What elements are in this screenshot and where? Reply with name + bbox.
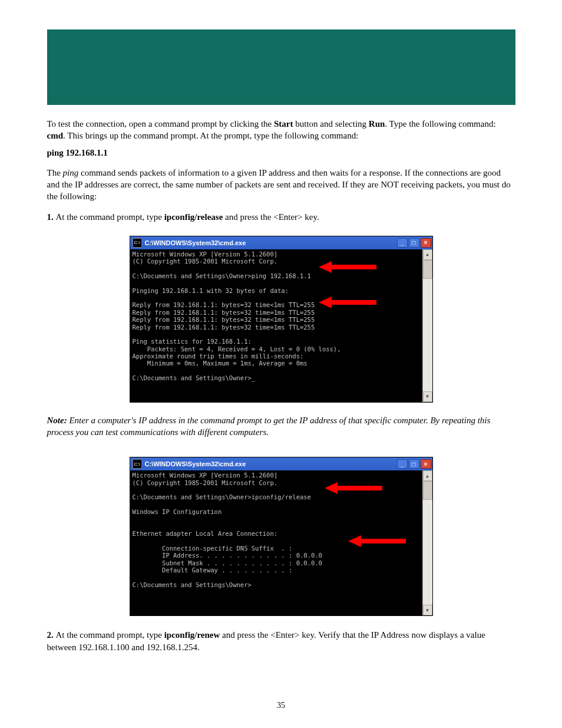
page-banner [47,29,515,105]
close-icon: × [424,461,428,467]
intro-bold-cmd: cmd [47,131,64,140]
close-button[interactable]: × [421,238,431,248]
minimize-icon: _ [401,461,404,467]
maximize-button[interactable]: □ [409,238,419,248]
minimize-button[interactable]: _ [397,459,408,469]
scroll-thumb[interactable] [423,481,432,500]
cmd-window-release: C:\ C:\WINDOWS\System32\cmd.exe _ □ × Mi… [130,457,433,616]
cmd-title: C:\WINDOWS\System32\cmd.exe [145,460,397,467]
cmd-icon: C:\ [133,238,142,248]
scroll-up-button[interactable]: ▲ [423,470,432,481]
intro-bold-run: Run [369,119,385,129]
cmd-output[interactable]: Microsoft Windows XP [Version 5.1.2600] … [130,470,422,615]
ping-command: ping 192.168.1.1 [47,148,108,157]
cmd-title: C:\WINDOWS\System32\cmd.exe [145,239,397,246]
scroll-track[interactable] [423,279,432,391]
step1-post: and press the <Enter> key. [223,212,319,222]
scroll-up-icon: ▲ [426,473,429,479]
scroll-down-button[interactable]: ▼ [423,605,432,615]
after-ping-2: command sends packets of information to … [47,168,511,202]
scroll-down-icon: ▼ [426,608,429,613]
cmd-icon: C:\ [133,459,142,469]
scroll-track[interactable] [423,500,432,605]
page-number: 35 [277,701,285,710]
scrollbar[interactable]: ▲ ▼ [422,470,432,615]
intro-text-4: . This brings up the command prompt. At … [63,131,358,140]
step1-bullet: 1. [47,212,56,222]
step1-bold: ipconfig/release [164,212,223,222]
note-body: Enter a computer's IP address in the com… [47,416,491,437]
cmd-output[interactable]: Microsoft Windows XP [Version 5.1.2600] … [130,249,422,402]
close-button[interactable]: × [421,459,431,469]
cmd-icon-text: C:\ [134,240,140,245]
after-ping-italic: ping [63,168,79,177]
scroll-down-button[interactable]: ▼ [423,391,432,402]
note-label: Note: [47,416,67,425]
body-paragraph-intro: To test the connection, open a command p… [47,118,515,223]
after-ping-1: The [47,168,63,177]
step2-bold: ipconfig/renew [164,630,220,640]
minimize-button[interactable]: _ [397,238,408,248]
scroll-down-icon: ▼ [426,394,429,399]
step2-paragraph: 2. At the command prompt, type ipconfig/… [47,629,515,653]
scroll-up-button[interactable]: ▲ [423,249,432,260]
scroll-up-icon: ▲ [426,252,429,257]
intro-bold-start: Start [274,119,293,129]
step2-bullet: 2. [47,630,56,640]
cmd-titlebar[interactable]: C:\ C:\WINDOWS\System32\cmd.exe _ □ × [130,457,432,471]
intro-text-2: button and selecting [293,119,369,129]
maximize-icon: □ [412,461,415,467]
close-icon: × [424,239,428,246]
cmd-window-ping: C:\ C:\WINDOWS\System32\cmd.exe _ □ × Mi… [130,236,433,403]
note-block: Note: Enter a computer's IP address in t… [47,414,515,439]
intro-text-3: . Type the following command: [385,119,495,129]
cmd-icon-text: C:\ [134,462,140,467]
scroll-thumb[interactable] [423,260,432,279]
intro-text-1: To test the connection, open a command p… [47,119,275,129]
maximize-icon: □ [412,239,415,246]
scrollbar[interactable]: ▲ ▼ [422,249,432,402]
maximize-button[interactable]: □ [409,459,419,469]
cmd-titlebar[interactable]: C:\ C:\WINDOWS\System32\cmd.exe _ □ × [130,236,432,250]
step1-pre: At the command prompt, type [56,212,164,222]
step2-pre: At the command prompt, type [56,630,164,640]
minimize-icon: _ [401,239,404,246]
